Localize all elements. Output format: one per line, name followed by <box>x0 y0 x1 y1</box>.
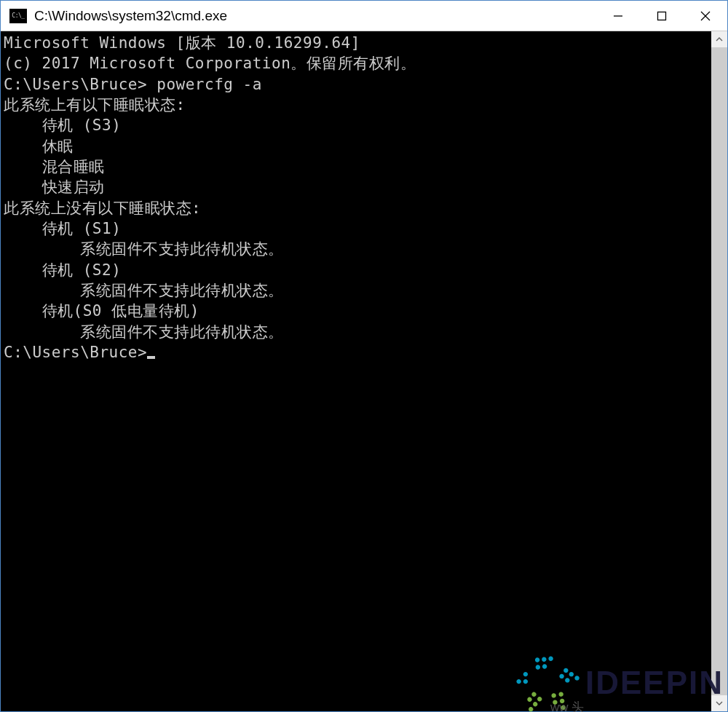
prompt-text: C:\Users\Bruce> <box>4 344 147 361</box>
maximize-icon <box>657 11 667 21</box>
output-line: 休眠 <box>4 136 708 157</box>
maximize-button[interactable] <box>640 1 684 31</box>
output-line: 系统固件不支持此待机状态。 <box>4 322 708 342</box>
close-icon <box>700 10 711 22</box>
output-line: 待机 (S2) <box>4 260 708 280</box>
chevron-up-icon <box>716 36 723 43</box>
scroll-up-button[interactable] <box>711 31 727 47</box>
output-line: 待机 (S1) <box>4 218 708 239</box>
output-line: 此系统上没有以下睡眠状态: <box>4 198 708 218</box>
svg-rect-1 <box>658 12 666 20</box>
scroll-track[interactable] <box>711 47 727 695</box>
output-line: 此系统上有以下睡眠状态: <box>4 95 708 115</box>
prompt-line: C:\Users\Bruce> powercfg -a <box>4 74 708 95</box>
cmd-window: C:\Windows\system32\cmd.exe Microsoft Wi… <box>0 0 728 712</box>
terminal-output[interactable]: Microsoft Windows [版本 10.0.16299.64](c) … <box>1 31 711 711</box>
scroll-thumb[interactable] <box>711 47 727 695</box>
scroll-down-button[interactable] <box>711 695 727 711</box>
output-line: 待机 (S3) <box>4 115 708 135</box>
chevron-down-icon <box>716 700 723 707</box>
output-line: 快速启动 <box>4 177 708 197</box>
output-line: 待机(S0 低电量待机) <box>4 301 708 321</box>
output-line: 混合睡眠 <box>4 157 708 177</box>
output-line: (c) 2017 Microsoft Corporation。保留所有权利。 <box>4 53 708 74</box>
client-area: Microsoft Windows [版本 10.0.16299.64](c) … <box>1 31 727 711</box>
cursor <box>147 356 155 359</box>
prompt-line: C:\Users\Bruce> <box>4 342 708 363</box>
output-line: 系统固件不支持此待机状态。 <box>4 239 708 259</box>
output-line: Microsoft Windows [版本 10.0.16299.64] <box>4 33 708 53</box>
close-button[interactable] <box>684 1 727 31</box>
window-controls <box>596 1 727 31</box>
vertical-scrollbar[interactable] <box>711 31 727 711</box>
minimize-icon <box>613 11 623 21</box>
cmd-icon <box>9 9 27 23</box>
output-line: 系统固件不支持此待机状态。 <box>4 280 708 301</box>
minimize-button[interactable] <box>596 1 640 31</box>
window-title: C:\Windows\system32\cmd.exe <box>34 8 596 24</box>
titlebar[interactable]: C:\Windows\system32\cmd.exe <box>1 1 727 31</box>
